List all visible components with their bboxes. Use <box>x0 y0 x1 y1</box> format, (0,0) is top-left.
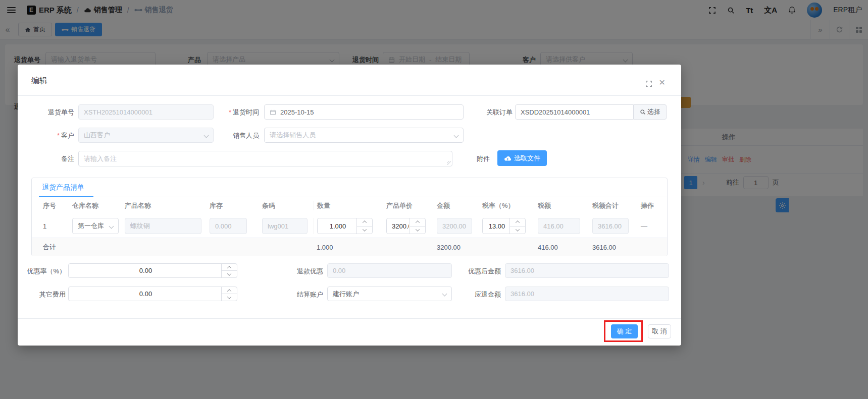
col-tax-rate: 税率（%） <box>479 201 535 210</box>
other-fee-label: 其它费用 <box>18 290 66 299</box>
active-tab-underline <box>39 196 93 197</box>
dialog-close-icon[interactable]: × <box>659 77 665 87</box>
row-amount-input[interactable]: 3200.00 <box>437 218 472 234</box>
increase-icon[interactable] <box>222 287 237 294</box>
return-time-label: *退货时间 <box>198 108 259 117</box>
row-qty-stepper[interactable]: 1.000 <box>317 218 373 234</box>
col-tax-total: 税额合计 <box>589 201 638 210</box>
total-label: 合计 <box>40 243 69 252</box>
col-barcode: 条码 <box>259 201 314 210</box>
required-asterisk: * <box>57 132 60 139</box>
discount-rate-stepper[interactable]: 0.00 <box>68 263 237 278</box>
col-qty: 数量 <box>314 201 383 210</box>
row-stock-input[interactable]: 0.000 <box>210 218 247 234</box>
related-order-input[interactable]: XSDD20251014000001 <box>515 104 634 120</box>
salesman-select[interactable]: 请选择销售人员 <box>264 128 464 143</box>
increase-icon[interactable] <box>410 218 425 226</box>
row-barcode-input[interactable]: lwg001 <box>262 218 308 234</box>
col-warehouse: 仓库名称 <box>69 201 122 210</box>
remark-textarea[interactable]: 请输入备注 <box>78 151 452 166</box>
other-fee-stepper[interactable]: 0.00 <box>68 287 237 301</box>
increase-icon[interactable] <box>510 218 525 226</box>
refund-discount-input[interactable]: 0.00 <box>327 263 452 278</box>
col-price: 产品单价 <box>383 201 434 210</box>
total-tax: 416.00 <box>535 244 589 251</box>
chevron-down-icon <box>442 292 447 297</box>
row-op-dash: — <box>638 222 661 230</box>
search-icon <box>640 109 646 115</box>
remark-label: 备注 <box>18 154 74 163</box>
discount-rate-label: 优惠率（%） <box>18 267 66 276</box>
row-tax-total-input[interactable]: 3616.00 <box>592 218 629 234</box>
customer-select[interactable]: 山西客户 <box>78 128 214 143</box>
dialog-footer-divider <box>18 318 681 319</box>
items-tab-bar: 退货产品清单 <box>32 178 667 197</box>
total-tax-total: 3616.00 <box>589 244 638 251</box>
row-price-stepper[interactable]: 3200.00 <box>386 218 426 234</box>
refund-amount-label: 应退金额 <box>447 290 501 299</box>
decrease-icon[interactable] <box>222 294 237 301</box>
attachment-label: 附件 <box>452 154 490 163</box>
col-seq: 序号 <box>40 201 69 210</box>
items-total-row: 合计 1.000 3200.00 416.00 3616.00 <box>32 238 667 256</box>
decrease-icon[interactable] <box>410 226 425 234</box>
related-order-group: XSDD20251014000001 选择 <box>515 104 667 120</box>
confirm-button[interactable]: 确 定 <box>611 324 638 338</box>
return-items-card: 退货产品清单 序号 仓库名称 产品名称 库存 条码 数量 产品单价 金额 税率（… <box>31 178 668 256</box>
row-product-input[interactable]: 螺纹钢 <box>125 218 201 234</box>
decrease-icon[interactable] <box>357 226 372 234</box>
return-no-input[interactable]: XSTH20251014000001 <box>78 104 214 120</box>
increase-icon[interactable] <box>357 218 372 226</box>
col-product: 产品名称 <box>122 201 207 210</box>
dialog-header-divider <box>18 95 681 96</box>
decrease-icon[interactable] <box>510 226 525 234</box>
customer-label: *客户 <box>18 131 74 140</box>
settle-account-label: 结算账户 <box>265 290 323 299</box>
dialog-fullscreen-icon[interactable] <box>645 80 652 87</box>
decrease-icon[interactable] <box>222 271 237 277</box>
attachment-upload-button[interactable]: 选取文件 <box>497 150 547 166</box>
cloud-upload-icon <box>504 155 512 161</box>
item-row: 1 第一仓库 螺纹钢 0.000 lwg001 1.000 3200.00 32… <box>32 214 667 238</box>
return-time-input[interactable]: 2025-10-15 <box>264 104 464 120</box>
after-discount-input[interactable]: 3616.00 <box>505 263 669 278</box>
row-tax-rate-stepper[interactable]: 13.00 <box>482 218 526 234</box>
col-op: 操作 <box>638 201 661 210</box>
col-amount: 金额 <box>434 201 479 210</box>
calendar-icon <box>270 109 276 116</box>
col-tax: 税额 <box>535 201 589 210</box>
row-seq: 1 <box>40 222 69 230</box>
settle-account-select[interactable]: 建行账户 <box>327 287 452 301</box>
col-stock: 库存 <box>207 201 259 210</box>
refund-discount-label: 退款优惠 <box>265 267 323 276</box>
related-order-label: 关联订单 <box>454 108 513 117</box>
return-no-label: 退货单号 <box>18 108 74 117</box>
edit-dialog: 编辑 × 退货单号 XSTH20251014000001 *退货时间 2025-… <box>18 65 681 346</box>
row-warehouse-select[interactable]: 第一仓库 <box>72 218 119 234</box>
after-discount-label: 优惠后金额 <box>447 267 501 276</box>
required-asterisk: * <box>229 108 231 116</box>
total-qty: 1.000 <box>314 244 383 251</box>
chevron-down-icon <box>109 223 114 229</box>
dialog-title: 编辑 <box>31 76 47 86</box>
total-amount: 3200.00 <box>434 244 479 251</box>
related-order-select-button[interactable]: 选择 <box>634 104 667 120</box>
cancel-button[interactable]: 取 消 <box>648 324 671 338</box>
increase-icon[interactable] <box>222 264 237 271</box>
items-header-row: 序号 仓库名称 产品名称 库存 条码 数量 产品单价 金额 税率（%） 税额 税… <box>32 197 667 214</box>
row-tax-input[interactable]: 416.00 <box>538 218 580 234</box>
chevron-down-icon <box>454 133 459 138</box>
resize-handle[interactable] <box>447 161 451 165</box>
refund-amount-input[interactable]: 3616.00 <box>505 287 669 301</box>
salesman-label: 销售人员 <box>198 131 259 140</box>
tab-return-items[interactable]: 退货产品清单 <box>42 183 84 192</box>
